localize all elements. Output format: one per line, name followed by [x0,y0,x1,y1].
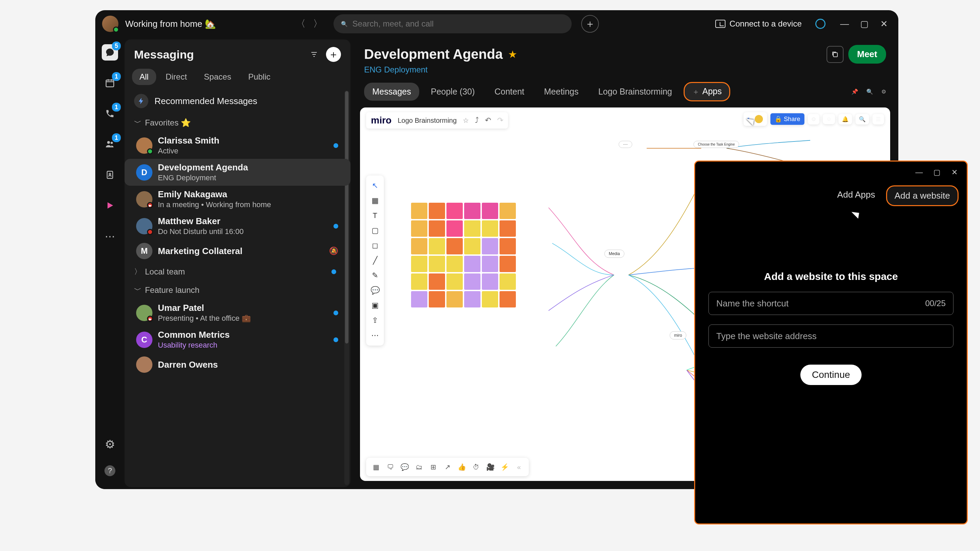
tab-meetings[interactable]: Meetings [536,83,587,101]
tab-all[interactable]: All [132,69,156,85]
miro-sticky-tool[interactable]: ▢ [368,224,382,237]
mm-node-top[interactable]: ····· [619,141,632,148]
miro-bt-3[interactable]: 💬 [398,460,411,473]
sticky-note[interactable] [482,273,498,290]
miro-pen-tool[interactable]: ✎ [368,269,382,282]
sticky-note[interactable] [447,221,463,237]
sticky-note[interactable] [429,291,445,308]
new-action-button[interactable]: ＋ [581,15,599,33]
miro-bt-10[interactable]: ⚡ [498,460,511,473]
window-minimize-button[interactable]: — [837,16,852,31]
contact-row[interactable]: Emily NakagawaIn a meeting • Working fro… [124,186,350,213]
sticky-note[interactable] [464,273,480,290]
contact-row[interactable]: Matthew BakerDo Not Disturb until 16:00 [124,213,350,240]
sticky-note[interactable] [411,221,427,237]
tab-public[interactable]: Public [240,69,278,85]
sticky-note[interactable] [500,203,516,219]
section-favorites[interactable]: ﹀ Favorites ⭐ [124,114,350,132]
sticky-note[interactable] [411,273,427,290]
tab-logo-brainstorming[interactable]: Logo Brainstorming [590,83,680,101]
user-avatar[interactable] [102,16,118,32]
mm-node-media[interactable]: Media [605,250,624,258]
miro-bt-4[interactable]: 🗂 [412,460,425,473]
sticky-note[interactable] [447,256,463,272]
miro-undo-icon[interactable]: ↶ [485,116,491,125]
miro-bt-1[interactable]: ▦ [369,460,382,473]
miro-sidebar-icon[interactable]: ☰ [872,114,884,124]
miro-bt-9[interactable]: 🎥 [484,460,497,473]
copy-link-button[interactable] [827,46,843,63]
miro-bt-6[interactable]: ↗ [441,460,454,473]
compose-button[interactable]: ＋ [326,47,341,62]
search-tab-icon[interactable]: 🔍 [866,89,873,95]
miro-settings-icon[interactable]: ⚙ [808,114,819,124]
continue-button[interactable]: Continue [800,365,862,385]
shortcut-name-input[interactable] [716,298,925,309]
miro-star-icon[interactable]: ☆ [463,116,469,124]
miro-share-button[interactable]: 🔒Share [770,113,804,125]
sticky-note[interactable] [411,238,427,254]
miro-bell-icon[interactable]: 🔔 [838,114,852,124]
miro-comment-tool[interactable]: 💬 [368,284,382,297]
tab-direct[interactable]: Direct [158,69,195,85]
connect-device[interactable]: Connect to a device [715,19,802,29]
miro-upload-tool[interactable]: ⇪ [368,314,382,327]
miro-more-tools[interactable]: ⋯ [368,329,382,342]
sticky-note[interactable] [447,203,463,219]
sticky-note[interactable] [500,256,516,272]
tab-spaces[interactable]: Spaces [196,69,239,85]
sticky-note[interactable] [429,273,445,290]
rail-media[interactable] [102,197,118,214]
dialog-minimize-button[interactable]: — [912,166,926,179]
contact-row[interactable]: Darren Owens [124,353,350,376]
nav-back-button[interactable]: 〈 [293,16,308,31]
tab-content[interactable]: Content [486,83,533,101]
rail-settings[interactable]: ⚙ [102,436,118,453]
user-status[interactable]: Working from home 🏡 [125,19,216,29]
dialog-close-button[interactable]: ✕ [948,166,961,179]
sticky-note[interactable] [464,238,480,254]
mm-node-top2[interactable]: Choose the Task Engine [694,141,739,148]
rail-help[interactable]: ? [102,462,118,479]
rail-chat[interactable]: 5 [102,44,118,60]
sticky-note[interactable] [429,203,445,219]
search-input[interactable] [353,19,564,29]
miro-bt-5[interactable]: ⊞ [427,460,440,473]
star-icon[interactable]: ★ [508,48,517,60]
sticky-note[interactable] [482,291,498,308]
sticky-note[interactable] [429,238,445,254]
settings-tab-icon[interactable]: ⚙ [881,89,886,95]
website-url-input[interactable] [716,331,946,341]
miro-board-title[interactable]: Logo Brainstorming [398,117,457,124]
miro-redo-icon[interactable]: ↷ [497,116,503,125]
window-close-button[interactable]: ✕ [877,16,891,31]
contact-row[interactable]: DDevelopment AgendaENG Deployment [124,159,350,186]
tab-apps[interactable]: ＋Apps [684,82,730,102]
sticky-note[interactable] [482,238,498,254]
sticky-note[interactable] [464,256,480,272]
sticky-note[interactable] [447,291,463,308]
miro-bt-2[interactable]: 🗨 [384,460,397,473]
rail-calls[interactable]: 1 [102,105,118,122]
sticky-note[interactable] [500,291,516,308]
meet-button[interactable]: Meet [848,45,886,64]
sticky-note[interactable] [429,256,445,272]
miro-line-tool[interactable]: ╱ [368,254,382,267]
tab-people[interactable]: People (30) [423,83,483,101]
sticky-note[interactable] [464,203,480,219]
sticky-note[interactable] [500,238,516,254]
miro-frame-tool[interactable]: ▣ [368,299,382,312]
contact-row[interactable]: CCommon MetricsUsability research [124,326,350,353]
rail-calendar[interactable]: 1 [102,75,118,91]
sticky-note[interactable] [429,221,445,237]
miro-select-tool[interactable]: ↖ [368,179,382,192]
contact-row[interactable]: Clarissa SmithActive [124,132,350,159]
space-subtitle[interactable]: ENG Deployment [364,65,886,75]
rail-more[interactable]: ⋯ [102,228,118,244]
search-bar[interactable]: 🔍 [334,14,572,33]
sticky-grid[interactable] [411,203,516,308]
sticky-note[interactable] [464,221,480,237]
sticky-note[interactable] [500,273,516,290]
pin-icon[interactable]: 📌 [851,89,858,95]
sticky-note[interactable] [447,273,463,290]
